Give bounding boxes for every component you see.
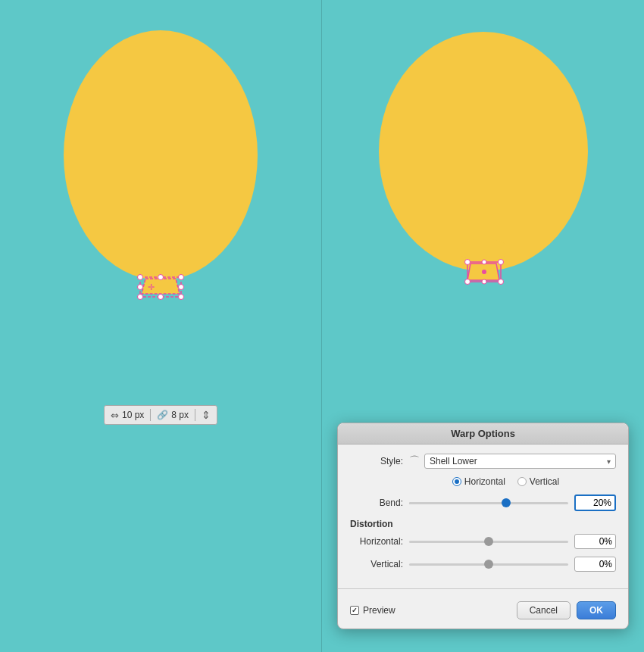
bend-slider-group <box>409 494 616 511</box>
right-balloon-wrap <box>374 23 593 341</box>
toolbar-divider-2 <box>195 409 195 421</box>
left-balloon-wrap: ✛ <box>51 23 270 333</box>
warp-dialog: Warp Options Style: ⌒ Shell Lower ▾ <box>337 423 629 629</box>
right-panel: Warp Options Style: ⌒ Shell Lower ▾ <box>322 0 644 652</box>
vertical-radio[interactable]: Vertical <box>517 476 559 487</box>
preview-checkbox-group[interactable]: Preview <box>350 605 511 616</box>
left-panel: ✛ ⇔ 10 px 🔗 8 px ⇕ <box>0 0 322 652</box>
v-distortion-track[interactable] <box>409 563 568 566</box>
h-distortion-row: Horizontal: 0% <box>350 534 616 549</box>
svg-point-18 <box>464 279 470 285</box>
toolbar-divider <box>150 409 151 421</box>
v-distortion-thumb[interactable] <box>484 560 493 569</box>
horizontal-label: Horizontal <box>464 476 505 487</box>
dialog-title: Warp Options <box>451 428 515 439</box>
warp-icon: ⌒ <box>409 454 420 468</box>
dialog-footer: Preview Cancel OK <box>338 595 628 629</box>
toolbar-strip: ⇔ 10 px 🔗 8 px ⇕ <box>104 405 217 425</box>
preview-checkbox[interactable] <box>350 606 359 615</box>
h-distortion-label: Horizontal: <box>350 536 403 547</box>
height-value: 8 px <box>171 410 189 420</box>
height-control: 🔗 8 px <box>157 410 189 420</box>
horizontal-radio[interactable]: Horizontal <box>452 476 505 487</box>
vertical-label: Vertical <box>530 476 559 487</box>
right-balloon-svg <box>374 23 593 341</box>
dropdown-arrow-icon: ▾ <box>607 457 611 466</box>
orientation-row: Horizontal Vertical <box>395 476 616 487</box>
bend-value-input[interactable] <box>574 494 616 511</box>
svg-point-19 <box>498 279 503 285</box>
style-value: Shell Lower <box>430 456 477 466</box>
svg-point-6 <box>179 295 184 300</box>
svg-point-9 <box>138 285 143 290</box>
svg-point-10 <box>179 285 184 290</box>
h-distortion-value: 0% <box>574 534 616 549</box>
bend-slider-thumb[interactable] <box>502 498 511 507</box>
style-select-group: ⌒ Shell Lower ▾ <box>409 454 616 469</box>
svg-point-0 <box>64 30 258 280</box>
ok-button[interactable]: OK <box>577 601 616 619</box>
width-control: ⇔ 10 px <box>111 410 144 421</box>
radio-group: Horizontal Vertical <box>395 476 616 487</box>
distortion-section: Distortion <box>350 519 616 529</box>
h-distortion-slider-group: 0% <box>409 534 616 549</box>
svg-point-12 <box>379 32 588 271</box>
svg-point-17 <box>498 260 503 265</box>
preview-label: Preview <box>363 605 395 616</box>
canvas-area: ✛ ⇔ 10 px 🔗 8 px ⇕ <box>0 0 644 652</box>
resize-icon: ⇕ <box>202 409 211 421</box>
svg-text:✛: ✛ <box>148 282 155 292</box>
bend-slider-track[interactable] <box>409 502 568 504</box>
v-distortion-value: 0% <box>574 557 616 572</box>
v-distortion-label: Vertical: <box>350 559 403 569</box>
svg-point-16 <box>464 260 470 265</box>
style-row: Style: ⌒ Shell Lower ▾ <box>350 454 616 469</box>
dialog-container: Warp Options Style: ⌒ Shell Lower ▾ <box>337 423 629 629</box>
style-label: Style: <box>350 456 403 466</box>
svg-point-7 <box>158 275 164 280</box>
svg-point-5 <box>138 295 143 300</box>
bend-label: Bend: <box>350 498 403 508</box>
style-dropdown[interactable]: Shell Lower ▾ <box>424 454 616 469</box>
svg-point-21 <box>482 279 486 284</box>
v-distortion-slider-group: 0% <box>409 557 616 572</box>
resize-icon-item: ⇕ <box>202 409 211 421</box>
dialog-titlebar: Warp Options <box>338 423 628 445</box>
bend-row: Bend: <box>350 494 616 511</box>
width-value: 10 px <box>122 410 144 420</box>
h-distortion-track[interactable] <box>409 541 568 543</box>
h-distortion-thumb[interactable] <box>484 537 493 546</box>
svg-point-3 <box>138 275 143 280</box>
dialog-body: Style: ⌒ Shell Lower ▾ <box>338 445 628 588</box>
cancel-button[interactable]: Cancel <box>517 601 571 619</box>
svg-point-8 <box>158 295 164 300</box>
distortion-label: Distortion <box>350 519 616 529</box>
svg-point-4 <box>179 275 184 280</box>
v-distortion-row: Vertical: 0% <box>350 557 616 572</box>
svg-point-13 <box>457 239 510 261</box>
svg-point-22 <box>482 270 486 274</box>
vertical-radio-circle <box>517 477 527 486</box>
horizontal-radio-circle <box>452 477 461 486</box>
left-balloon-svg: ✛ <box>51 23 270 333</box>
svg-point-20 <box>482 260 486 264</box>
dialog-separator <box>338 588 628 589</box>
